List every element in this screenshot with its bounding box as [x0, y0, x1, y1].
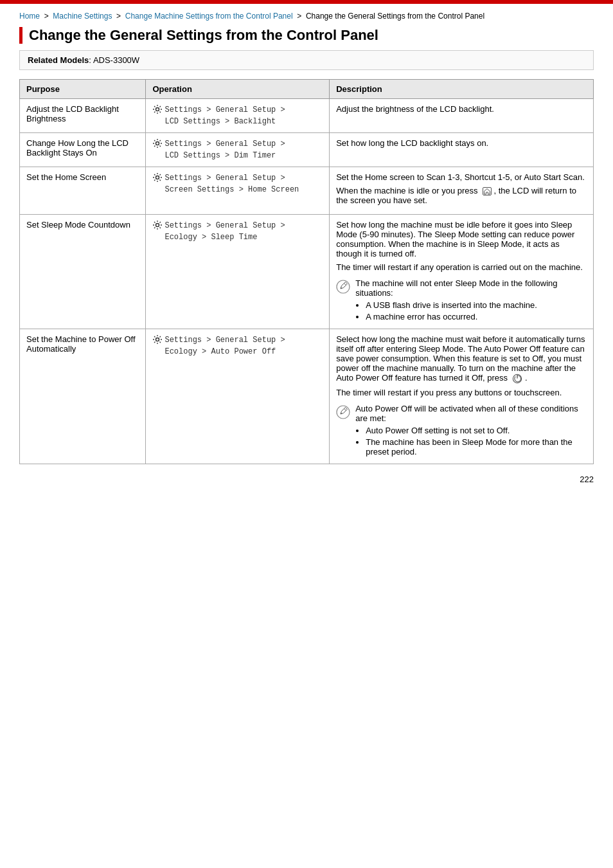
list-item: Auto Power Off setting is not set to Off…: [366, 426, 587, 435]
note-list: A USB flash drive is inserted into the m…: [366, 300, 587, 321]
desc-para: When the machine is idle or you press , …: [336, 186, 587, 205]
operation-cell: Settings > General Setup >LCD Settings >…: [146, 133, 330, 167]
purpose-cell: Change How Long the LCD Backlight Stays …: [20, 133, 146, 167]
operation-text: Settings > General Setup >LCD Settings >…: [164, 138, 285, 161]
description-cell: Set how long the LCD backlight stays on.: [330, 133, 594, 167]
svg-point-6: [156, 338, 159, 341]
note-intro: The machine will not enter Sleep Mode in…: [355, 278, 557, 298]
note-content: Auto Power Off will be activated when al…: [355, 404, 587, 458]
description-cell: Set the Home screen to Scan 1-3, Shortcu…: [330, 167, 594, 215]
home-button-icon: [483, 187, 492, 195]
breadcrumb-home[interactable]: Home: [19, 12, 40, 21]
description-cell: Set how long the machine must be idle be…: [330, 215, 594, 329]
operation-cell: Settings > General Setup >Ecology > Auto…: [146, 329, 330, 464]
related-models-label: Related Models: [28, 55, 89, 65]
note-content: The machine will not enter Sleep Mode in…: [355, 278, 587, 323]
desc-para: Set the Home screen to Scan 1-3, Shortcu…: [336, 172, 587, 182]
description-cell: Select how long the machine must wait be…: [330, 329, 594, 464]
settings-icon: [152, 104, 163, 114]
table-row: Adjust the LCD Backlight Brightness Sett…: [20, 99, 594, 133]
desc-para: Select how long the machine must wait be…: [336, 334, 587, 384]
desc-para: The timer will restart if you press any …: [336, 388, 587, 397]
desc-para: The timer will restart if any operation …: [336, 262, 587, 272]
table-header-row: Purpose Operation Description: [20, 80, 594, 99]
breadcrumb: Home > Machine Settings > Change Machine…: [0, 4, 613, 27]
settings-icon: [152, 138, 163, 149]
breadcrumb-current: Change the General Settings from the Con…: [306, 12, 484, 21]
operation-text: Settings > General Setup >LCD Settings >…: [164, 104, 285, 127]
svg-point-1: [156, 142, 159, 145]
list-item: The machine has been in Sleep Mode for m…: [366, 437, 587, 457]
power-button-icon: [512, 374, 522, 384]
operation-text: Settings > General Setup >Screen Setting…: [164, 172, 299, 195]
operation-text: Settings > General Setup >Ecology > Slee…: [164, 220, 285, 243]
desc-para: Set how long the machine must be idle be…: [336, 220, 587, 258]
note-icon: [336, 280, 350, 296]
col-header-purpose: Purpose: [20, 80, 146, 99]
col-header-operation: Operation: [146, 80, 330, 99]
operation-cell: Settings > General Setup >Screen Setting…: [146, 167, 330, 215]
purpose-cell: Set the Home Screen: [20, 167, 146, 215]
related-models-value: ADS-3300W: [93, 55, 139, 65]
note-list: Auto Power Off setting is not set to Off…: [366, 426, 587, 457]
table-row: Set the Machine to Power Off Automatical…: [20, 329, 594, 464]
purpose-cell: Set Sleep Mode Countdown: [20, 215, 146, 329]
breadcrumb-machine-settings[interactable]: Machine Settings: [53, 12, 112, 21]
svg-point-0: [156, 108, 159, 111]
note-pencil-icon: [336, 405, 350, 419]
table-row: Set Sleep Mode Countdown Settings > Gene…: [20, 215, 594, 329]
operation-cell: Settings > General Setup >Ecology > Slee…: [146, 215, 330, 329]
operation-cell: Settings > General Setup >LCD Settings >…: [146, 99, 330, 133]
purpose-cell: Set the Machine to Power Off Automatical…: [20, 329, 146, 464]
svg-point-8: [337, 406, 350, 419]
operation-text: Settings > General Setup >Ecology > Auto…: [164, 334, 285, 357]
note-box: Auto Power Off will be activated when al…: [336, 404, 587, 458]
settings-icon: [152, 334, 163, 345]
list-item: A machine error has occurred.: [366, 312, 587, 321]
settings-icon: [152, 220, 163, 230]
breadcrumb-change-machine[interactable]: Change Machine Settings from the Control…: [125, 12, 293, 21]
note-intro: Auto Power Off will be activated when al…: [355, 404, 578, 423]
note-box: The machine will not enter Sleep Mode in…: [336, 278, 587, 323]
list-item: A USB flash drive is inserted into the m…: [366, 300, 587, 310]
description-cell: Adjust the brightness of the LCD backlig…: [330, 99, 594, 133]
purpose-cell: Adjust the LCD Backlight Brightness: [20, 99, 146, 133]
settings-icon: [152, 172, 163, 183]
related-models-box: Related Models: ADS-3300W: [19, 50, 594, 70]
table-row: Change How Long the LCD Backlight Stays …: [20, 133, 594, 167]
col-header-description: Description: [330, 80, 594, 99]
svg-point-2: [156, 176, 159, 179]
page-title: Change the General Settings from the Con…: [29, 27, 594, 44]
table-row: Set the Home Screen Settings > General S…: [20, 167, 594, 215]
note-icon: [336, 405, 350, 421]
note-pencil-icon: [336, 280, 350, 294]
page-number: 222: [0, 464, 613, 494]
svg-point-5: [337, 280, 350, 293]
main-table: Purpose Operation Description Adjust the…: [19, 79, 594, 464]
svg-point-4: [156, 224, 159, 227]
